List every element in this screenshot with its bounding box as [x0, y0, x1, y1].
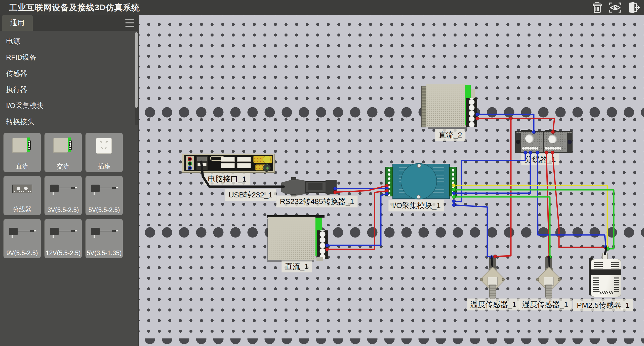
sidebar-scrollbar-thumb[interactable]: [135, 32, 138, 108]
sidebar-category-5[interactable]: 转换接头: [0, 114, 133, 130]
device-humidity-sensor[interactable]: [535, 256, 563, 300]
device-temp-sensor[interactable]: [478, 256, 507, 300]
splitter-thumbnail: [4, 178, 41, 204]
device-label-rs232485: RS232转485转换器_1: [276, 196, 357, 207]
sidebar-category-4[interactable]: I/O采集模块: [0, 98, 133, 114]
adapter-thumbnail: [4, 221, 41, 248]
palette-card-label: 5V(5.5-2.5): [86, 206, 123, 214]
usb-port: [221, 157, 235, 162]
app-title: 工业互联网设备及接线3D仿真系统: [9, 0, 140, 15]
adapter-thumbnail: [45, 178, 82, 204]
device-label-humid: 湿度传感器_1: [518, 299, 572, 310]
palette-card-label: 交流: [45, 162, 82, 170]
palette-card-label: 12V(5.5-2.5): [45, 249, 82, 257]
palette-card-adapter-5[interactable]: 5V(5.5-2.5): [85, 176, 123, 215]
audio-jack-green: [188, 161, 192, 166]
sidebar-header: 通用: [0, 15, 139, 31]
usb-port: [221, 163, 235, 168]
top-bar: 工业互联网设备及接线3D仿真系统: [0, 0, 644, 15]
usb-port: [237, 157, 251, 162]
palette-card-splitter-3[interactable]: 分线器: [3, 176, 41, 215]
sidebar-category-3[interactable]: 执行器: [0, 82, 133, 98]
sidebar-menu: 电源RFID设备传感器执行器I/O采集模块转换接头: [0, 33, 133, 130]
sidebar-category-1[interactable]: RFID设备: [0, 49, 133, 65]
device-io-module[interactable]: [389, 164, 453, 199]
usb-port: [197, 157, 207, 161]
usb-port: [237, 163, 251, 168]
io-terminal-left: [385, 167, 393, 196]
palette-card-psu-1[interactable]: 交流: [44, 133, 82, 172]
view-focus-icon[interactable]: [608, 1, 622, 14]
sidebar-category-2[interactable]: 传感器: [0, 65, 133, 82]
device-label-pc: 电脑接口_1: [204, 173, 250, 185]
toolbar: [590, 1, 640, 14]
exit-icon[interactable]: [626, 1, 640, 14]
device-label-splitter: 分线器_1: [521, 154, 559, 165]
socket-thumbnail: [86, 135, 123, 161]
sidebar-palette: 通用 电源RFID设备传感器执行器I/O采集模块转换接头 直流交流插座分线器3V…: [0, 15, 139, 346]
device-label-dc2: 直流_2: [435, 129, 465, 141]
palette-card-adapter-4[interactable]: 3V(5.5-2.5): [44, 176, 82, 215]
device-label-temp: 温度传感器_1: [467, 299, 520, 310]
palette-card-psu-0[interactable]: 直流: [3, 133, 41, 172]
pegboard-strip: [139, 226, 644, 238]
palette-card-label: 3V(5.5-2.5): [45, 206, 82, 214]
app-window: 工业互联网设备及接线3D仿真系统: [0, 0, 644, 346]
device-label-io: I/O采集模块_1: [388, 200, 444, 212]
audio-jack-blue: [188, 166, 192, 170]
device-label-dc1: 直流_1: [281, 261, 312, 272]
device-dc-power-1[interactable]: [267, 215, 328, 261]
trash-icon[interactable]: [590, 1, 604, 14]
palette-card-label: 9V(5.5-2.5): [4, 249, 41, 257]
adapter-thumbnail: [86, 221, 123, 248]
device-dc-power-2[interactable]: [421, 84, 478, 129]
device-rs232-485-converter[interactable]: [281, 178, 337, 196]
audio-jack-red: [188, 157, 192, 161]
io-terminal-right: [449, 167, 457, 196]
palette-card-adapter-6[interactable]: 9V(5.5-2.5): [3, 219, 41, 258]
sidebar-category-0[interactable]: 电源: [0, 33, 133, 49]
psu-thumbnail: [4, 135, 41, 161]
psu-thumbnail: [45, 135, 82, 161]
adapter-thumbnail: [45, 221, 82, 248]
palette-card-adapter-7[interactable]: 12V(5.5-2.5): [44, 219, 82, 258]
palette-card-label: 分线器: [4, 205, 41, 214]
pegboard-strip: [139, 106, 644, 118]
device-pm25-sensor[interactable]: [589, 255, 622, 299]
palette-card-label: 5V(3.5-1.35): [86, 249, 123, 257]
palette-card-adapter-8[interactable]: 5V(3.5-1.35): [85, 219, 123, 258]
usb-port: [197, 163, 207, 166]
pegboard-strip: [139, 338, 644, 346]
device-label-pm25: PM2.5传感器_1: [573, 299, 633, 311]
device-splitter[interactable]: [515, 131, 573, 153]
palette-card-label: 插座: [86, 162, 123, 170]
adapter-thumbnail: [86, 178, 123, 204]
device-pc-interface[interactable]: [182, 154, 275, 173]
device-palette-grid: 直流交流插座分线器3V(5.5-2.5)5V(5.5-2.5)9V(5.5-2.…: [3, 133, 127, 262]
menu-icon[interactable]: [125, 19, 134, 27]
palette-card-socket-2[interactable]: 插座: [85, 133, 123, 172]
device-label-usb232: USB转232_1: [225, 189, 276, 201]
tab-general[interactable]: 通用: [2, 15, 33, 31]
palette-card-label: 直流: [4, 162, 41, 170]
